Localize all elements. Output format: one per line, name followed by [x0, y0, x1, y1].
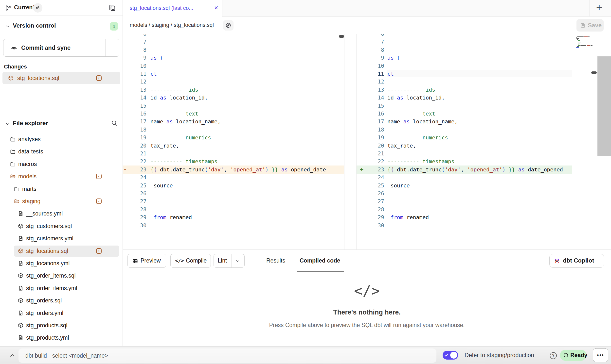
file-explorer-item--sources-yml[interactable]: __sources.yml	[0, 207, 123, 220]
help-icon[interactable]: ?	[550, 352, 557, 359]
lint-label: Lint	[218, 257, 227, 264]
file-explorer-item-models[interactable]: models	[0, 170, 123, 182]
chevron-down-icon[interactable]	[11, 45, 17, 51]
folder-icon	[10, 161, 16, 167]
file-explorer-item-stg-products-yml[interactable]: stg_products.yml	[0, 331, 123, 344]
modified-badge-icon	[96, 174, 102, 179]
compile-button[interactable]: </> Compile	[170, 254, 211, 268]
file-explorer-item-analyses[interactable]: analyses	[0, 133, 123, 145]
file-explorer-item-marts[interactable]: marts	[0, 183, 123, 195]
divider	[232, 254, 232, 267]
code-text: ---------- ids	[150, 86, 198, 94]
minimap-line	[584, 36, 588, 37]
explore-lineage-button[interactable]	[223, 20, 234, 31]
line-number: 6	[129, 34, 146, 38]
code-text: source	[150, 182, 173, 190]
file-name: stg_products.sql	[26, 322, 67, 329]
file-explorer-item-stg-order-items-sql[interactable]: stg_order_items.sql	[0, 269, 123, 282]
code-line: 16---------- text	[123, 110, 344, 118]
new-tab-button[interactable]: +	[593, 2, 605, 14]
line-number: 22	[367, 157, 384, 165]
status-bar: dbt build --select <model_name> Defer to…	[0, 346, 611, 364]
ready-label: Ready	[570, 352, 587, 359]
code-text: ---------- text	[387, 110, 435, 118]
empty-state-subtitle: Press Compile above to preview the SQL d…	[123, 322, 611, 329]
chevron-down-icon[interactable]	[5, 121, 10, 127]
defer-toggle[interactable]	[443, 351, 458, 360]
window-scrollbar[interactable]	[597, 56, 611, 156]
doc-icon	[18, 335, 24, 341]
code-text: ---------- ids	[387, 86, 435, 94]
changed-file-name: stg_locations.sql	[17, 75, 59, 82]
code-line: 8	[357, 46, 611, 54]
code-line: 13---------- ids	[357, 86, 611, 94]
chevron-up-icon[interactable]	[9, 352, 16, 359]
status-badge[interactable]: Ready	[560, 350, 586, 361]
line-number: 6	[367, 34, 384, 38]
folder-icon	[10, 136, 16, 142]
lint-button[interactable]: Lint	[214, 254, 245, 268]
doc-icon	[18, 260, 24, 266]
file-explorer-item-staging[interactable]: staging	[0, 195, 123, 207]
file-name: stg_orders.sql	[26, 297, 62, 304]
right-pane-scrollbar[interactable]	[591, 71, 597, 74]
minimap-line	[578, 44, 580, 44]
compass-icon	[225, 22, 231, 28]
code-editor-right[interactable]: 6789as (1011ct1213---------- ids14id as …	[356, 34, 611, 249]
file-explorer-item-stg-locations-yml[interactable]: stg_locations.yml	[0, 257, 123, 269]
more-options-button[interactable]: •••	[593, 348, 608, 362]
file-explorer-item-data-tests[interactable]: data-tests	[0, 145, 123, 158]
file-name: stg_products.yml	[26, 334, 69, 341]
model-cube-icon	[8, 75, 14, 81]
circle-icon	[563, 352, 569, 358]
minimap-line	[577, 36, 584, 37]
line-number: 10	[129, 62, 146, 70]
file-explorer-item-stg-customers-sql[interactable]: stg_customers.sql	[0, 220, 123, 232]
close-icon[interactable]: ×	[214, 4, 218, 12]
file-explorer-item-stg-order-items-yml[interactable]: stg_order_items.yml	[0, 282, 123, 294]
chevron-down-icon[interactable]	[235, 259, 240, 263]
left-pane-scrollbar[interactable]	[339, 35, 344, 38]
dbt-copilot-button[interactable]: dbt Copilot	[549, 254, 604, 268]
code-line: 14id as location_id,	[123, 94, 344, 102]
file-explorer-item-stg-products-sql[interactable]: stg_products.sql	[0, 319, 123, 331]
file-explorer-item-stg-orders-sql[interactable]: stg_orders.sql	[0, 294, 123, 307]
minimap[interactable]	[576, 35, 590, 49]
line-number: 30	[367, 221, 384, 230]
modified-badge-icon	[96, 248, 102, 254]
chevron-down-icon[interactable]	[5, 24, 10, 29]
file-explorer-item-macros[interactable]: macros	[0, 158, 123, 170]
line-number: 17	[129, 117, 146, 126]
doc-icon	[18, 211, 24, 216]
code-text: name as location_name,	[387, 117, 458, 126]
file-explorer-item-stg-locations-sql[interactable]: stg_locations.sql	[0, 245, 123, 257]
search-icon[interactable]	[111, 120, 118, 126]
copy-icon[interactable]	[108, 4, 116, 12]
tab-results[interactable]: Results	[266, 257, 285, 264]
file-explorer-item-stg-customers-yml[interactable]: stg_customers.yml	[0, 232, 123, 245]
code-line: 26	[357, 189, 611, 198]
check-icon	[444, 353, 449, 357]
line-number: 13	[367, 86, 384, 94]
defer-label: Defer to staging/production	[465, 352, 534, 359]
line-number: 14	[367, 94, 384, 102]
command-input[interactable]: dbt build --select <model_name>	[18, 348, 436, 363]
line-number: 23	[129, 165, 146, 174]
code-line: 6	[357, 34, 611, 38]
code-editor-left[interactable]: 6789as (1011ct1213---------- ids14id as …	[123, 34, 344, 249]
code-text: as (	[387, 54, 400, 62]
line-number: 26	[129, 189, 146, 198]
folder-open-icon	[10, 173, 16, 179]
code-line: 27	[123, 197, 344, 205]
code-line: 20tax_rate,	[123, 142, 344, 150]
tab-stg-locations[interactable]: stg_locations.sql (last co... ×	[123, 0, 222, 17]
commit-and-sync-button[interactable]: Commit and sync	[3, 39, 119, 57]
line-number: 16	[367, 110, 384, 118]
code-text: ---------- timestamps	[387, 157, 454, 165]
save-button[interactable]: Save	[576, 19, 604, 32]
changed-file-row[interactable]: stg_locations.sql	[2, 72, 120, 84]
file-explorer-item-stg-orders-yml[interactable]: stg_orders.yml	[0, 307, 123, 319]
line-number: 12	[129, 78, 146, 86]
preview-button[interactable]: Preview	[127, 254, 166, 268]
tab-compiled-code[interactable]: Compiled code	[300, 257, 340, 264]
